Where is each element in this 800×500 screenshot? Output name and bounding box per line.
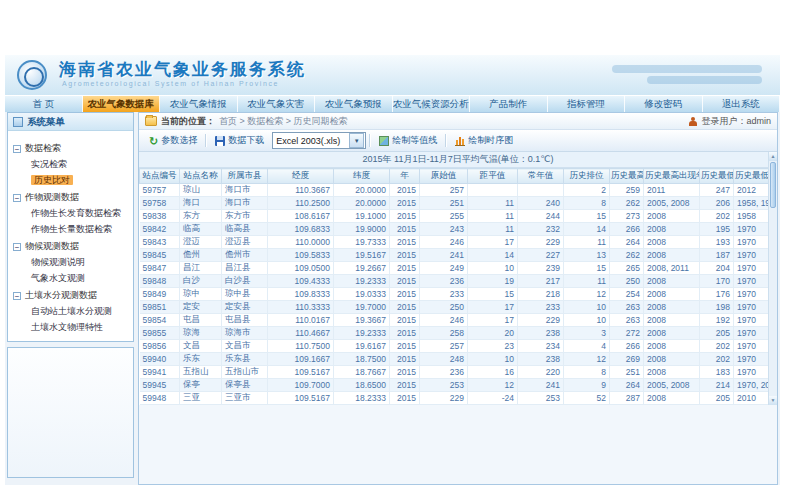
table-row[interactable]: 59951万宁万宁市110.366718.8000201525613243927… (140, 405, 771, 406)
cell: 19.1000 (334, 210, 390, 223)
cell: 19.2333 (334, 275, 390, 288)
vertical-scrollbar[interactable]: ▲ ▼ (768, 152, 777, 405)
table-row[interactable]: 59838东方东方市108.616719.1000201525511244152… (140, 210, 771, 223)
column-header[interactable]: 经度 (268, 169, 334, 184)
table-row[interactable]: 59843澄迈澄迈县110.000019.7333201524617229112… (140, 236, 771, 249)
table-row[interactable]: 59845儋州儋州市109.583319.5167201524114227132… (140, 249, 771, 262)
column-header[interactable]: 纬度 (334, 169, 390, 184)
column-header[interactable]: 常年值 (518, 169, 564, 184)
cell: 2008 (644, 301, 700, 314)
table-row[interactable]: 59855琼海琼海市110.466719.2333201525820238327… (140, 327, 771, 340)
column-header[interactable]: 站点名称 (180, 169, 222, 184)
tree-item[interactable]: 作物生长发育数据检索 (31, 207, 130, 220)
tree-item[interactable]: 实况检索 (31, 158, 130, 171)
table-row[interactable]: 59856文昌文昌市110.750019.6167201525723234426… (140, 340, 771, 353)
nav-item-5[interactable]: 农业气象预报 (315, 96, 393, 112)
scroll-down-icon[interactable]: ▼ (769, 396, 777, 405)
nav-item-9[interactable]: 修改密码 (625, 96, 703, 112)
table-title: 2015年 11月1日-11月7日平均气温(单位：0.1℃) (139, 152, 777, 168)
cell: -24 (468, 392, 518, 405)
chevron-down-icon[interactable]: ▼ (349, 133, 364, 148)
nav-item-3[interactable]: 农业气象情报 (160, 96, 238, 112)
tree-group[interactable]: −物候观测数据 (13, 240, 130, 253)
column-header[interactable]: 历史最高出现年份 (644, 169, 700, 184)
tree-item[interactable]: 历史比对 (31, 174, 130, 187)
table-row[interactable]: 59849琼中琼中县109.833319.0333201523315218122… (140, 288, 771, 301)
cell: 2008 (644, 288, 700, 301)
column-header[interactable]: 原始值 (420, 169, 468, 184)
cell: 262 (610, 197, 644, 210)
app-subtitle: Agrometeorological System of Hainan Prov… (62, 80, 279, 87)
column-header[interactable]: 历史最低出现年份 (734, 169, 771, 184)
cell: 249 (420, 262, 468, 275)
tree-item[interactable]: 气象水文观测 (31, 272, 130, 285)
download-format-select[interactable]: Excel 2003(.xls) ▼ (272, 132, 366, 149)
collapse-icon[interactable]: − (13, 292, 21, 300)
collapse-icon[interactable]: − (13, 243, 21, 251)
cell: 20.0000 (334, 184, 390, 197)
cell: 琼中县 (222, 288, 268, 301)
tree-item[interactable]: 作物生长量数据检索 (31, 223, 130, 236)
column-header[interactable]: 年 (390, 169, 420, 184)
cell: 229 (420, 392, 468, 405)
cell: 243 (420, 223, 468, 236)
column-header[interactable]: 距平值 (468, 169, 518, 184)
cell: 15 (564, 262, 610, 275)
cell: 193 (700, 236, 734, 249)
column-header[interactable]: 历史排位 (564, 169, 610, 184)
cell: 244 (518, 210, 564, 223)
table-row[interactable]: 59848白沙白沙县109.433319.2333201523619217112… (140, 275, 771, 288)
cell: 19.2333 (334, 327, 390, 340)
tree-group[interactable]: −土壤水分观测数据 (13, 289, 130, 302)
tree-item[interactable]: 物候观测说明 (31, 256, 130, 269)
cell: 12 (468, 379, 518, 392)
draw-contour-button[interactable]: 绘制等值线 (374, 132, 442, 149)
column-header[interactable]: 所属市县 (222, 169, 268, 184)
nav-item-10[interactable]: 退出系统 (703, 96, 781, 112)
cell: 11 (468, 210, 518, 223)
table-row[interactable]: 59940乐东乐东县109.166718.7500201524810238122… (140, 353, 771, 366)
param-select-button[interactable]: ↻ 参数选择 (144, 132, 202, 149)
table-row[interactable]: 59945保亭保亭县109.700018.6500201525312241926… (140, 379, 771, 392)
tree-item-label: 作物生长发育数据检索 (31, 208, 121, 218)
cell: 109.0500 (268, 262, 334, 275)
cell: 9 (564, 379, 610, 392)
table-row[interactable]: 59847昌江昌江县109.050019.2667201524910239152… (140, 262, 771, 275)
content-panel: 当前的位置： 首页 > 数据检索 > 历史同期检索 登录用户：admin ↻ 参… (138, 112, 778, 485)
table-row[interactable]: 59941五指山五指山市109.516718.76672015236162208… (140, 366, 771, 379)
collapse-icon[interactable]: − (13, 145, 21, 153)
tree-item[interactable]: 自动站土壤水分观测 (31, 305, 130, 318)
table-row[interactable]: 59854屯昌屯昌县110.016719.3667201524617229102… (140, 314, 771, 327)
data-download-button[interactable]: 数据下载 (210, 132, 269, 149)
cell: 16 (468, 366, 518, 379)
column-header[interactable]: 历史最低 (700, 169, 734, 184)
cell: 海口市 (222, 197, 268, 210)
nav-item-6[interactable]: 农业气候资源分析 (393, 96, 471, 112)
collapse-icon[interactable]: − (13, 194, 21, 202)
cell: 定安县 (222, 301, 268, 314)
scrollbar-thumb[interactable] (770, 162, 776, 208)
cell: 227 (518, 249, 564, 262)
cell: 59948 (140, 392, 180, 405)
cell: 2008 (644, 223, 700, 236)
tree-group[interactable]: −作物观测数据 (13, 191, 130, 204)
nav-item-2[interactable]: 农业气象数据库 (83, 96, 161, 112)
table-row[interactable]: 59851定安定安县110.333319.7000201525017233102… (140, 301, 771, 314)
tree-group[interactable]: −数据检索 (13, 142, 130, 155)
table-row[interactable]: 59842临高临高县109.683319.9000201524311232142… (140, 223, 771, 236)
table-row[interactable]: 59758海口海口市110.250020.0000201525111240826… (140, 197, 771, 210)
cell: 11 (564, 236, 610, 249)
table-row[interactable]: 59948三亚三亚市109.516718.23332015229-2425352… (140, 392, 771, 405)
scroll-up-icon[interactable]: ▲ (769, 152, 777, 161)
nav-item-4[interactable]: 农业气象灾害 (238, 96, 316, 112)
cell: 59849 (140, 288, 180, 301)
nav-item-8[interactable]: 指标管理 (548, 96, 626, 112)
tree-item[interactable]: 土壤水文物理特性 (31, 321, 130, 334)
breadcrumb-label: 当前的位置： (161, 113, 215, 129)
draw-timeseries-button[interactable]: 绘制时序图 (450, 132, 518, 149)
table-row[interactable]: 59757琼山海口市110.366720.0000201525722592011… (140, 184, 771, 197)
nav-item-7[interactable]: 产品制作 (470, 96, 548, 112)
nav-item-1[interactable]: 首 页 (5, 96, 83, 112)
column-header[interactable]: 历史最高 (610, 169, 644, 184)
column-header[interactable]: 站点编号 (140, 169, 180, 184)
